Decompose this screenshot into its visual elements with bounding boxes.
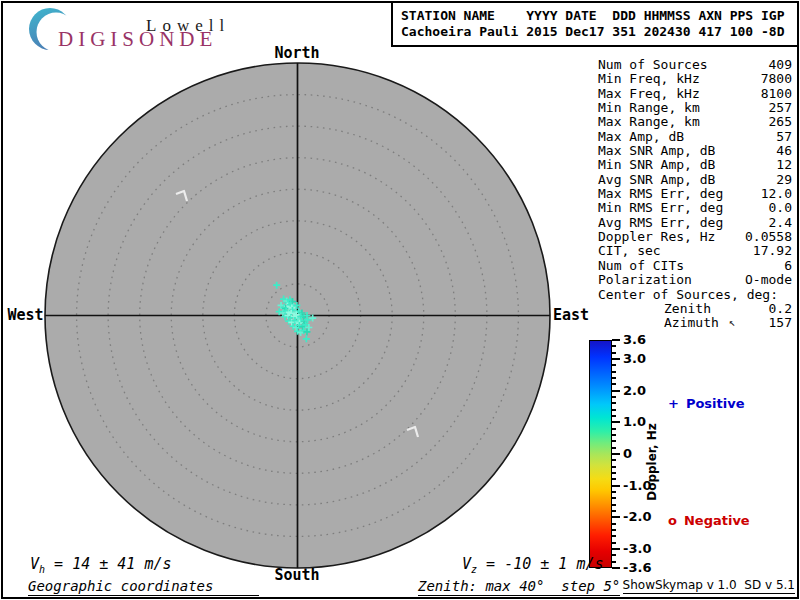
stat-value: 17.92 [753,244,792,258]
plus-marker-icon: + [668,396,679,411]
colorbar-minor-tick [612,447,616,449]
colorbar-minor-tick [612,345,616,347]
version-text: ShowSkymap v 1.0 SD v 5.1 [623,578,795,594]
colorbar-major-tick [612,358,620,360]
colorbar-axis-label: Doppler, Hz [645,423,659,501]
stat-row: Num of CITs6 [598,259,792,273]
colorbar-minor-tick [612,491,616,493]
stat-value: O-mode [745,273,792,287]
stat-value: 0.0558 [745,230,792,244]
stat-label: Avg SNR Amp, dB [598,173,715,187]
colorbar-minor-tick [612,542,616,544]
stat-label: Max SNR Amp, dB [598,144,715,158]
stat-row: Max RMS Err, deg12.0 [598,187,792,201]
colorbar-minor-tick [612,415,616,417]
stat-value: 257 [769,101,792,115]
stat-row: Max Amp, dB57 [598,130,792,144]
stat-value: 6 [784,259,792,273]
colorbar-tick-label: 3.0 [623,351,646,366]
stat-label: Num of CITs [598,259,684,273]
colorbar-major-tick [612,567,620,569]
stat-label: Num of Sources [598,58,708,72]
stat-row: Avg SNR Amp, dB29 [598,173,792,187]
stat-label: Max Freq, kHz [598,87,700,101]
horizontal-velocity-readout: Vh = 14 ± 41 m/s [30,555,172,575]
colorbar-tick-label: -3.6 [623,560,651,575]
colorbar-tick-label: 3.6 [623,332,646,347]
colorbar-minor-tick [612,561,616,563]
colorbar-major-tick [612,516,620,518]
stat-value: 12 [776,158,792,172]
colorbar-tick-label: 1.0 [623,414,646,429]
stat-row: Center of Sources, deg: [598,288,792,302]
colorbar-minor-tick [612,472,616,474]
stat-value: 12.0 [761,187,792,201]
colorbar-minor-tick [612,364,616,366]
stat-row: Num of Sources409 [598,58,792,72]
stat-value: 157 [769,316,792,330]
stat-row: Avg RMS Err, deg2.4 [598,216,792,230]
compass-east-label: East [553,306,589,324]
colorbar-minor-tick [612,396,616,398]
colorbar-major-tick [612,485,620,487]
colorbar-minor-tick [612,383,616,385]
stat-label: Max Range, km [598,115,700,129]
compass-north-label: North [274,44,319,62]
stat-label: Min Range, km [598,101,700,115]
stat-label: Doppler Res, Hz [598,230,715,244]
colorbar-minor-tick [612,478,616,480]
stat-row: Zenith0.2 [598,302,792,316]
colorbar-minor-tick [612,402,616,404]
stat-value: 265 [769,115,792,129]
legend-negative-label: Negative [684,513,750,528]
stat-value: 2.4 [769,216,792,230]
colorbar-minor-tick [612,440,616,442]
stat-label: CIT, sec [598,244,661,258]
stat-label: Zenith [664,302,711,316]
stat-row: Max SNR Amp, dB46 [598,144,792,158]
stat-label: Center of Sources, deg: [598,288,778,302]
mouse-cursor-icon: ↖ [729,316,736,330]
stat-label: Max RMS Err, deg [598,187,723,201]
stat-row: Min Range, km257 [598,101,792,115]
colorbar-major-tick [612,453,620,455]
stat-label: Azimuth [664,316,719,330]
stat-row: Doppler Res, Hz0.0558 [598,230,792,244]
stat-row: PolarizationO-mode [598,273,792,287]
stat-value: 57 [776,130,792,144]
stat-label: Min RMS Err, deg [598,201,723,215]
stat-row: Azimuth↖157 [598,316,792,330]
colorbar-minor-tick [612,529,616,531]
stat-value: 46 [776,144,792,158]
colorbar-tick-label: 0 [623,446,632,461]
stat-label: Max Amp, dB [598,130,684,144]
colorbar-minor-tick [612,497,616,499]
coordinates-note: Geographic coordinates [28,578,259,596]
colorbar-major-tick [612,421,620,423]
zenith-range-note: Zenith: max 40° step 5° [418,578,620,596]
stat-value: 409 [769,58,792,72]
vh-symbol: V [30,555,39,573]
stat-value: 7800 [761,72,792,86]
colorbar-major-tick [612,390,620,392]
stat-value: 0.0 [769,201,792,215]
legend-positive-label: Positive [686,396,745,411]
stat-label: Avg RMS Err, deg [598,216,723,230]
stat-label: Polarization [598,273,692,287]
colorbar-tick-label: -2.0 [623,509,651,524]
colorbar-minor-tick [612,459,616,461]
vz-symbol: V [462,555,471,573]
compass-south-label: South [274,566,319,584]
colorbar-minor-tick [612,352,616,354]
colorbar-minor-tick [612,554,616,556]
colorbar-minor-tick [612,535,616,537]
stat-label: Min Freq, kHz [598,72,700,86]
vertical-velocity-readout: Vz = -10 ± 1 m/s [462,555,604,575]
colorbar-major-tick [612,339,620,341]
legend-negative: oNegative [668,513,750,528]
colorbar-minor-tick [612,409,616,411]
colorbar-minor-tick [612,466,616,468]
colorbar-minor-tick [612,504,616,506]
vh-value: = 14 ± 41 m/s [45,555,171,573]
stat-row: Max Range, km265 [598,115,792,129]
